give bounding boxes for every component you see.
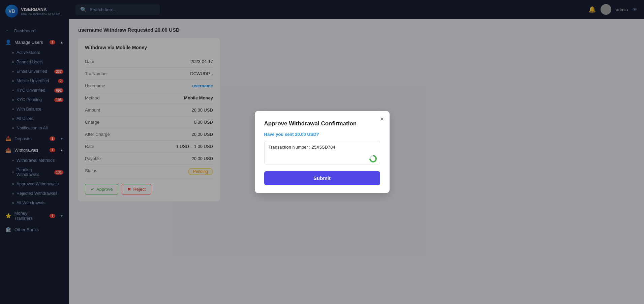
- textarea-wrap: [264, 141, 380, 166]
- transaction-textarea[interactable]: [264, 141, 380, 164]
- modal-question: Have you sent 20.00 USD?: [264, 132, 380, 137]
- modal-title: Approve Withdrawal Confirmation: [264, 120, 380, 127]
- modal-overlay: × Approve Withdrawal Confirmation Have y…: [0, 0, 644, 304]
- submit-button[interactable]: Submit: [264, 171, 380, 185]
- modal-close-button[interactable]: ×: [380, 116, 384, 122]
- modal: × Approve Withdrawal Confirmation Have y…: [255, 111, 390, 193]
- spinner-icon: [369, 155, 377, 162]
